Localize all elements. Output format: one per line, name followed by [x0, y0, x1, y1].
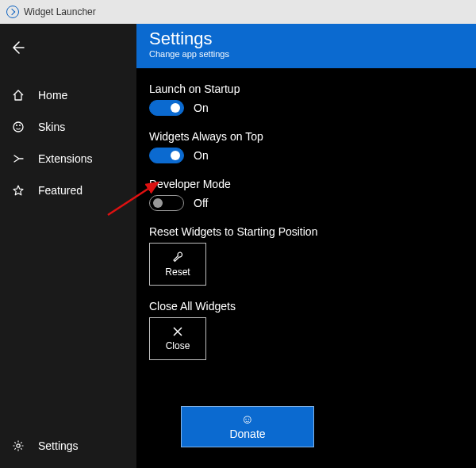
app-icon	[6, 6, 19, 18]
sidebar-item-settings[interactable]: Settings	[0, 430, 136, 462]
toggle-state: Off	[194, 197, 208, 209]
sidebar-item-label: Home	[38, 89, 67, 102]
close-all-button[interactable]: Close	[149, 317, 206, 360]
setting-always-on-top: Widgets Always on Top On	[149, 130, 463, 163]
svg-point-0	[13, 122, 23, 132]
setting-developer-mode: Developer Mode Off	[149, 178, 463, 211]
home-icon	[11, 88, 25, 102]
main-panel: Settings Change app settings Launch on S…	[136, 24, 476, 468]
sidebar-item-label: Featured	[38, 184, 83, 197]
sidebar-item-extensions[interactable]: Extensions	[0, 143, 136, 175]
sidebar-item-label: Skins	[38, 121, 65, 133]
close-icon	[172, 326, 183, 337]
toggle-launch-on-startup[interactable]	[149, 100, 184, 116]
sidebar-item-home[interactable]: Home	[0, 79, 136, 111]
setting-label: Close All Widgets	[149, 300, 463, 313]
button-label: Close	[166, 340, 190, 351]
setting-launch-on-startup: Launch on Startup On	[149, 82, 463, 116]
extensions-icon	[11, 152, 25, 166]
window-title: Widget Launcher	[24, 6, 96, 17]
smile-icon: ☺	[241, 413, 254, 426]
toggle-always-on-top[interactable]	[149, 148, 184, 163]
gear-icon	[11, 439, 25, 453]
reset-button[interactable]: Reset	[149, 243, 206, 286]
setting-reset-widgets: Reset Widgets to Starting Position Reset	[149, 225, 463, 286]
nav-list: Home Skins Extensions Featured	[0, 79, 136, 430]
sidebar: Home Skins Extensions Featured	[0, 24, 136, 468]
button-label: Donate	[229, 428, 265, 440]
setting-close-all: Close All Widgets Close	[149, 300, 463, 360]
star-icon	[11, 183, 25, 198]
back-button[interactable]	[0, 30, 35, 65]
sidebar-item-label: Extensions	[38, 152, 92, 165]
skins-icon	[11, 120, 25, 134]
page-title: Settings	[149, 29, 463, 49]
toggle-state: On	[194, 149, 209, 162]
sidebar-item-featured[interactable]: Featured	[0, 175, 136, 206]
page-header: Settings Change app settings	[136, 24, 476, 68]
svg-point-1	[16, 125, 17, 126]
sidebar-item-skins[interactable]: Skins	[0, 111, 136, 143]
sidebar-item-label: Settings	[38, 439, 79, 452]
svg-point-3	[17, 444, 20, 447]
setting-label: Widgets Always on Top	[149, 130, 463, 143]
page-subtitle: Change app settings	[149, 49, 463, 59]
arrow-left-icon	[10, 40, 25, 56]
toggle-state: On	[194, 102, 209, 114]
setting-label: Reset Widgets to Starting Position	[149, 225, 463, 238]
button-label: Reset	[165, 267, 190, 278]
settings-content: Launch on Startup On Widgets Always on T…	[136, 68, 476, 468]
titlebar: Widget Launcher	[0, 0, 476, 24]
setting-label: Developer Mode	[149, 178, 463, 190]
setting-label: Launch on Startup	[149, 82, 463, 95]
svg-point-2	[19, 125, 21, 126]
wrench-icon	[171, 251, 184, 263]
donate-button[interactable]: ☺ Donate	[181, 406, 314, 447]
toggle-developer-mode[interactable]	[149, 195, 184, 211]
